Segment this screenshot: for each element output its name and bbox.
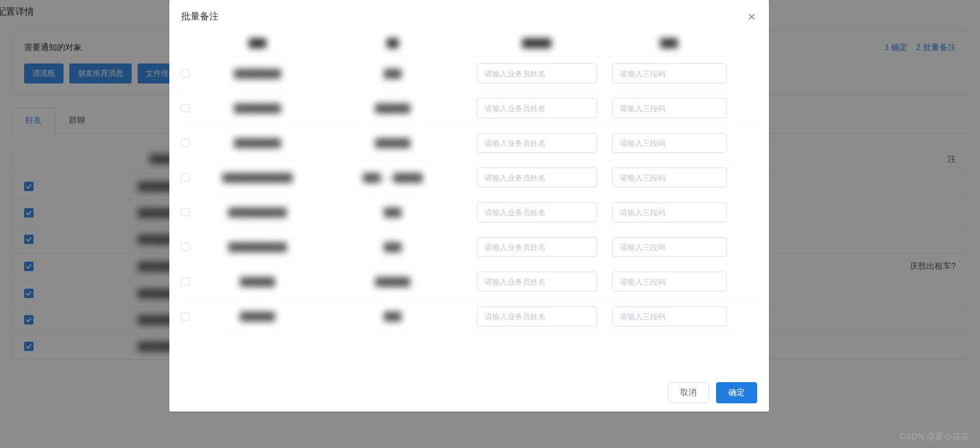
cancel-button[interactable]: 取消 — [668, 382, 709, 403]
row-checkbox[interactable] — [181, 278, 189, 286]
row-col1: ████████ — [199, 69, 316, 78]
row-col2: ███ — [316, 312, 469, 321]
row-col2: ██████ — [316, 277, 469, 286]
row-col2: ██████ — [316, 103, 469, 113]
row-col2: ███ — █████ — [316, 173, 469, 182]
table-row: ██████ ██████ — [175, 265, 763, 299]
table-row: ██████████ ███ — [175, 195, 763, 230]
agent-name-input[interactable] — [477, 133, 597, 153]
modal-table-header: ███ ██ █████ ███ — [175, 30, 763, 56]
table-row: ████████ ██████ — [175, 126, 763, 161]
three-code-input[interactable] — [612, 272, 727, 292]
row-col2: ███ — [316, 208, 469, 217]
row-col2: ███ — [316, 69, 469, 78]
table-row: ██████ ███ — [175, 299, 763, 334]
row-col1: ████████████ — [199, 173, 316, 182]
agent-name-input[interactable] — [477, 168, 597, 188]
batch-remark-modal: 批量备注 ✕ ███ ██ █████ ███ ████████ ███ ███… — [169, 0, 769, 412]
agent-name-input[interactable] — [477, 237, 597, 257]
close-icon: ✕ — [747, 11, 756, 24]
agent-name-input[interactable] — [477, 272, 597, 292]
agent-name-input[interactable] — [477, 98, 597, 118]
row-col2: ███ — [316, 242, 469, 252]
watermark: CSDN @夏小花花 — [899, 432, 969, 442]
agent-name-input[interactable] — [477, 202, 597, 222]
table-row: ████████████ ███ — █████ — [175, 161, 763, 195]
table-row: ████████ ███ — [175, 56, 763, 91]
modal-title: 批量备注 — [181, 11, 219, 23]
row-checkbox[interactable] — [181, 173, 189, 182]
row-col1: ██████ — [199, 312, 316, 321]
row-col2: ██████ — [316, 138, 469, 148]
row-col1: ████████ — [199, 103, 316, 113]
three-code-input[interactable] — [612, 168, 727, 188]
row-checkbox[interactable] — [181, 104, 189, 112]
close-button[interactable]: ✕ — [745, 11, 757, 23]
three-code-input[interactable] — [612, 133, 727, 153]
row-checkbox[interactable] — [181, 243, 189, 251]
row-col1: ██████ — [199, 277, 316, 286]
three-code-input[interactable] — [612, 306, 727, 326]
three-code-input[interactable] — [612, 202, 727, 222]
row-col1: ██████████ — [199, 208, 316, 217]
three-code-input[interactable] — [612, 63, 727, 83]
table-row: ██████████ ███ — [175, 230, 763, 265]
three-code-input[interactable] — [612, 237, 727, 257]
table-row: ████████ ██████ — [175, 91, 763, 126]
row-col1: ██████████ — [199, 242, 316, 252]
agent-name-input[interactable] — [477, 306, 597, 326]
row-checkbox[interactable] — [181, 139, 189, 147]
row-checkbox[interactable] — [181, 69, 189, 78]
agent-name-input[interactable] — [477, 63, 597, 83]
row-checkbox[interactable] — [181, 312, 189, 320]
three-code-input[interactable] — [612, 98, 727, 118]
row-col1: ████████ — [199, 138, 316, 148]
confirm-button[interactable]: 确定 — [716, 382, 757, 403]
row-checkbox[interactable] — [181, 208, 189, 216]
